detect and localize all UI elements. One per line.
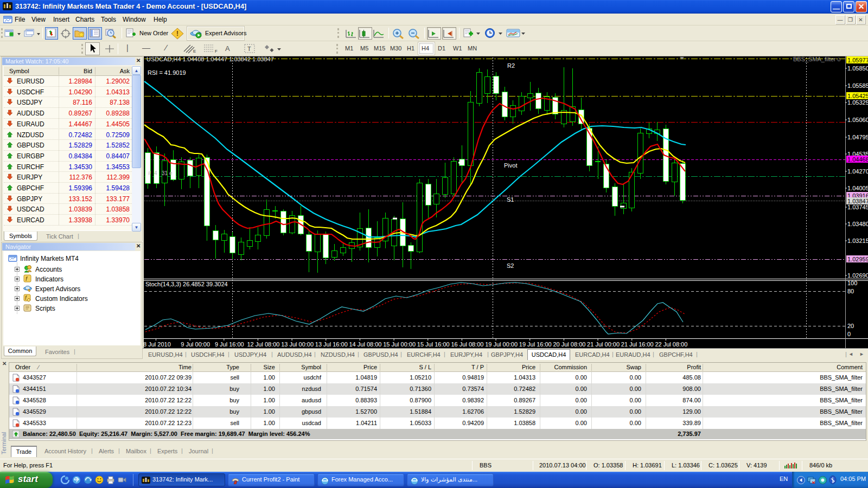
svg-text:USDCAD,H4 1.04408 1.04447 1.03: USDCAD,H4 1.04408 1.04447 1.03842 1.0384… — [146, 56, 274, 62]
svg-text:1.03215: 1.03215 — [847, 237, 868, 244]
svg-text:0: 0 — [847, 331, 851, 337]
svg-text:1.05977: 1.05977 — [847, 57, 868, 63]
svg-text:9 Jul 16:00: 9 Jul 16:00 — [215, 341, 244, 348]
svg-text:21 Jul 00:00: 21 Jul 00:00 — [587, 341, 620, 348]
svg-text:1.05850: 1.05850 — [847, 65, 868, 72]
svg-text:80: 80 — [847, 288, 854, 294]
svg-text:1.04795: 1.04795 — [847, 134, 868, 140]
svg-text:13 Jul 00:00: 13 Jul 00:00 — [281, 341, 314, 348]
svg-text:BBS_SMA_filter☺: BBS_SMA_filter☺ — [793, 56, 842, 62]
svg-text:14 Jul 08:00: 14 Jul 08:00 — [349, 341, 381, 348]
svg-text:12 Jul 08:00: 12 Jul 08:00 — [247, 341, 280, 348]
svg-text:19 Jul 00:00: 19 Jul 00:00 — [485, 341, 518, 348]
svg-text:1.02959: 1.02959 — [847, 256, 868, 262]
svg-text:1.05585: 1.05585 — [847, 82, 868, 89]
svg-text:8 Jul 2010: 8 Jul 2010 — [144, 341, 171, 348]
svg-text:1.05060: 1.05060 — [847, 117, 868, 123]
svg-text:13 Jul 16:00: 13 Jul 16:00 — [315, 341, 348, 348]
svg-text:E: E — [193, 49, 196, 54]
svg-text:100: 100 — [847, 280, 857, 286]
svg-text:1.04005: 1.04005 — [847, 185, 868, 191]
svg-text:1.03480: 1.03480 — [847, 221, 868, 227]
svg-text:F: F — [215, 49, 218, 54]
svg-text:Pivot: Pivot — [504, 162, 517, 169]
svg-text:1.04468: 1.04468 — [847, 156, 868, 163]
svg-text:15 Jul 16:00: 15 Jul 16:00 — [417, 341, 450, 348]
svg-text:20: 20 — [847, 323, 854, 329]
svg-text:R2: R2 — [507, 62, 515, 69]
svg-text:!: ! — [176, 30, 178, 37]
svg-text:1.04270: 1.04270 — [847, 168, 868, 175]
svg-text:S2: S2 — [507, 262, 514, 269]
svg-text:Stoch(14,3,3) 26.4852 39.3024: Stoch(14,3,3) 26.4852 39.3024 — [145, 281, 228, 287]
svg-text:16 Jul 08:00: 16 Jul 08:00 — [451, 341, 483, 348]
svg-text:1.03745: 1.03745 — [847, 204, 868, 210]
svg-text:9 Jul 00:00: 9 Jul 00:00 — [181, 341, 210, 348]
svg-text:S1: S1 — [507, 196, 514, 203]
svg-text:19 Jul 16:00: 19 Jul 16:00 — [519, 341, 552, 348]
svg-text:1.02690: 1.02690 — [847, 272, 868, 279]
svg-text:T: T — [247, 46, 251, 52]
svg-text:RSI = 41.9019: RSI = 41.9019 — [148, 69, 186, 76]
svg-text:15 Jul 00:00: 15 Jul 00:00 — [383, 341, 416, 348]
svg-text:22 Jul 08:00: 22 Jul 08:00 — [655, 341, 687, 348]
svg-text:1.05425: 1.05425 — [847, 93, 868, 99]
svg-text:# 4 31 e: # 4 31 e — [148, 170, 173, 176]
svg-text:20 Jul 08:00: 20 Jul 08:00 — [553, 341, 585, 348]
svg-text:21 Jul 16:00: 21 Jul 16:00 — [621, 341, 654, 348]
svg-text:1.05325: 1.05325 — [847, 99, 868, 106]
